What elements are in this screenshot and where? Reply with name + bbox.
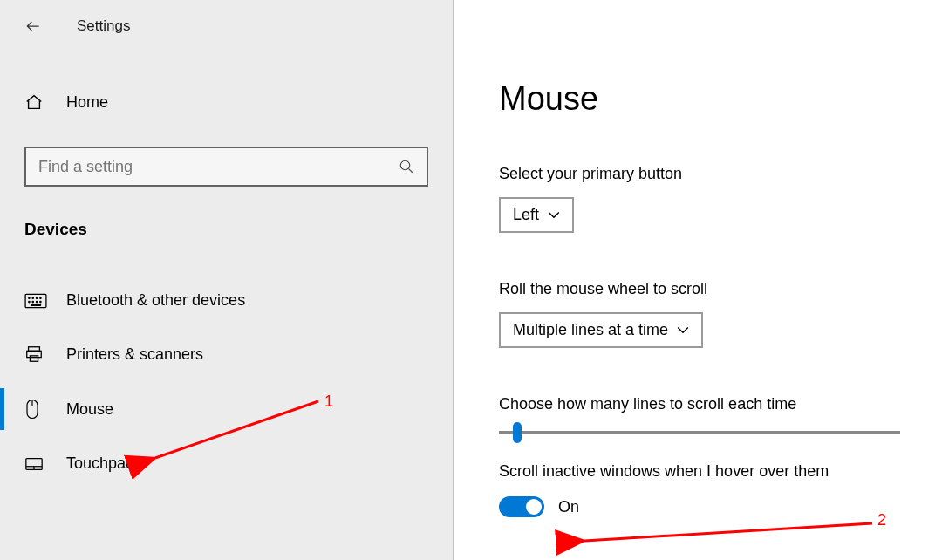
- home-icon: [24, 92, 47, 112]
- svg-rect-11: [29, 347, 40, 352]
- home-label: Home: [66, 93, 108, 112]
- svg-rect-10: [31, 304, 41, 305]
- back-button[interactable]: [21, 14, 45, 38]
- svg-point-7: [32, 301, 33, 302]
- wheel-select[interactable]: Multiple lines at a time: [499, 312, 703, 348]
- sidebar-item-mouse[interactable]: Mouse: [0, 381, 453, 437]
- svg-point-5: [40, 297, 41, 298]
- lines-slider[interactable]: [499, 431, 900, 434]
- sidebar-item-label: Mouse: [66, 400, 113, 419]
- search-input[interactable]: [38, 158, 399, 176]
- toggle-state-label: On: [558, 498, 579, 516]
- svg-point-2: [29, 297, 30, 298]
- sidebar-item-home[interactable]: Home: [0, 84, 453, 120]
- sidebar-item-printers[interactable]: Printers & scanners: [0, 327, 453, 381]
- arrow-left-icon: [24, 17, 42, 35]
- app-title: Settings: [77, 17, 130, 35]
- sidebar-item-bluetooth[interactable]: Bluetooth & other devices: [0, 274, 453, 327]
- main-panel: Mouse Select your primary button Left Ro…: [454, 0, 942, 560]
- touchpad-icon: [24, 456, 47, 472]
- svg-point-9: [40, 301, 41, 302]
- svg-point-0: [400, 160, 410, 170]
- svg-rect-12: [27, 351, 42, 357]
- svg-point-3: [32, 297, 33, 298]
- sidebar-item-label: Bluetooth & other devices: [66, 291, 245, 310]
- inactive-toggle[interactable]: [499, 496, 544, 517]
- sidebar-item-label: Printers & scanners: [66, 345, 203, 364]
- svg-rect-13: [30, 356, 38, 361]
- keyboard-icon: [24, 293, 47, 309]
- svg-point-8: [36, 301, 37, 302]
- primary-button-label: Select your primary button: [499, 165, 942, 183]
- lines-label: Choose how many lines to scroll each tim…: [499, 395, 942, 413]
- sidebar: Settings Home Devices Bluetooth & other …: [0, 0, 454, 560]
- printer-icon: [24, 345, 47, 364]
- category-label: Devices: [24, 220, 428, 239]
- toggle-knob: [526, 499, 542, 515]
- sidebar-item-label: Touchpad: [66, 454, 134, 473]
- sidebar-header: Settings: [0, 0, 453, 59]
- svg-point-6: [29, 301, 30, 302]
- chevron-down-icon: [548, 209, 560, 222]
- search-icon: [399, 159, 414, 174]
- inactive-label: Scroll inactive windows when I hover ove…: [499, 462, 942, 481]
- primary-button-select[interactable]: Left: [499, 197, 574, 233]
- search-box[interactable]: [24, 147, 428, 187]
- page-title: Mouse: [499, 80, 942, 118]
- mouse-icon: [24, 399, 47, 420]
- nav-list: Bluetooth & other devices Printers & sca…: [0, 274, 453, 490]
- slider-thumb[interactable]: [513, 422, 522, 443]
- wheel-label: Roll the mouse wheel to scroll: [499, 280, 942, 298]
- sidebar-item-touchpad[interactable]: Touchpad: [0, 437, 453, 490]
- svg-point-4: [36, 297, 37, 298]
- select-value: Multiple lines at a time: [513, 321, 668, 339]
- chevron-down-icon: [677, 324, 689, 337]
- select-value: Left: [513, 206, 539, 224]
